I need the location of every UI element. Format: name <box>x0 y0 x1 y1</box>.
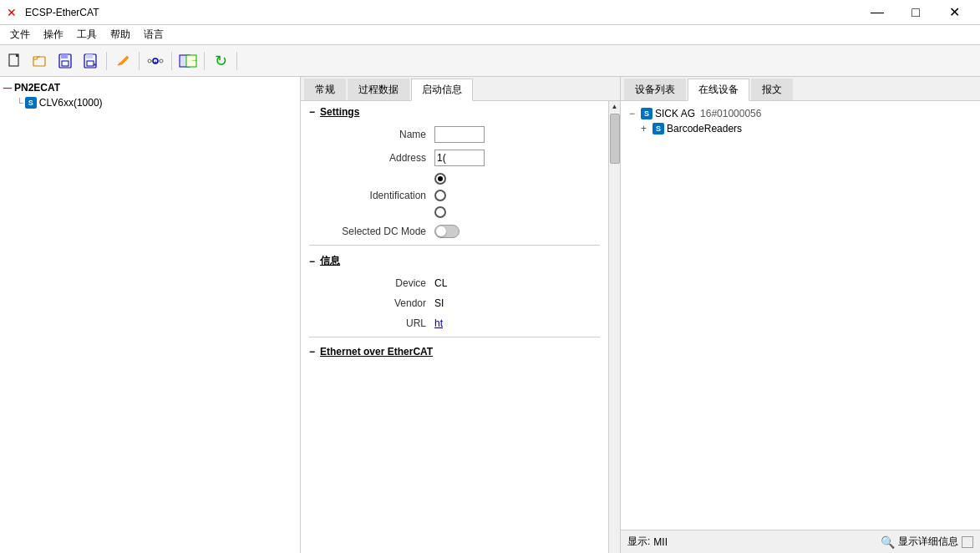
tree-item-clv6xx[interactable]: └ S CLV6xx(1000) <box>3 95 297 110</box>
right-status-bar: 显示: MII 🔍 显示详细信息 <box>621 530 980 553</box>
right-panel: 设备列表 在线设备 报文 − S SICK AG 16#01000056 + S… <box>621 77 980 553</box>
tree-label-clv6xx: CLV6xx(1000) <box>39 97 103 109</box>
svg-rect-4 <box>61 54 68 58</box>
info-section-title: 信息 <box>320 254 340 268</box>
center-scroll-area[interactable]: − Settings Name Address Identific <box>301 101 608 553</box>
tree-connector-icon: └ <box>17 98 23 108</box>
tree-s-icon: S <box>25 97 37 109</box>
device-label-sickag: SICK AG <box>655 108 695 119</box>
toolbar-save-button[interactable] <box>53 49 77 73</box>
window-controls: — □ ✕ <box>858 0 973 25</box>
menu-file[interactable]: 文件 <box>3 26 37 43</box>
info-section-header[interactable]: − 信息 <box>301 249 608 273</box>
vendor-value-text: SI <box>434 297 444 309</box>
svg-point-13 <box>160 59 163 63</box>
toolbar-network-button[interactable]: + <box>144 49 167 73</box>
field-vendor-label: Vendor <box>309 297 434 309</box>
app-title: ECSP-EtherCAT <box>25 7 858 18</box>
field-identification: Identification <box>301 170 608 221</box>
toolbar-edit-button[interactable] <box>111 49 135 73</box>
field-dc-mode-label: Selected DC Mode <box>309 226 434 237</box>
tree-item-pn2ecat[interactable]: — PN2ECAT <box>3 80 297 95</box>
status-detail[interactable]: 🔍 显示详细信息 <box>881 535 973 549</box>
device-dash-icon: − <box>629 108 635 119</box>
device-s-icon-barcode: S <box>652 123 664 134</box>
device-tree-panel: — PN2ECAT └ S CLV6xx(1000) <box>0 77 301 553</box>
name-input[interactable] <box>434 126 485 143</box>
toolbar-open-button[interactable] <box>28 49 52 73</box>
field-address-label: Address <box>309 152 434 164</box>
field-device-value: CL <box>434 277 600 289</box>
field-name-control <box>434 126 600 143</box>
settings-section-header[interactable]: − Settings <box>301 101 608 123</box>
tab-device-list[interactable]: 设备列表 <box>624 79 686 100</box>
menu-language[interactable]: 语言 <box>137 26 170 43</box>
field-name: Name <box>301 123 608 146</box>
device-s-icon-sickag: S <box>641 108 652 119</box>
address-input[interactable] <box>434 150 485 166</box>
device-label-barcode: BarcodeReaders <box>667 123 742 134</box>
field-vendor-value: SI <box>434 297 600 309</box>
ethernet-collapse-icon: − <box>309 346 315 358</box>
close-button[interactable]: ✕ <box>935 0 973 25</box>
dc-mode-toggle[interactable] <box>434 225 460 238</box>
device-row-barcode[interactable]: + S BarcodeReaders <box>627 121 973 136</box>
svg-text:+: + <box>93 61 97 68</box>
field-dc-mode: Selected DC Mode <box>301 221 608 241</box>
svg-rect-7 <box>86 54 93 58</box>
field-vendor: Vendor SI <box>301 293 608 313</box>
tree-label-pn2ecat: PN2ECAT <box>14 82 60 94</box>
toolbar-saveas-button[interactable]: + <box>79 49 102 73</box>
radio-option-1[interactable] <box>434 173 600 185</box>
radio-option-2[interactable] <box>434 190 600 201</box>
scroll-up-arrow[interactable]: ▲ <box>610 101 620 112</box>
maximize-button[interactable]: □ <box>896 0 935 25</box>
toolbar-transfer-button[interactable]: → <box>176 49 200 73</box>
field-identification-label: Identification <box>309 190 434 201</box>
tree-expand-icon: — <box>3 84 12 93</box>
svg-text:→: → <box>190 56 197 64</box>
svg-point-12 <box>148 59 151 63</box>
settings-section-title: Settings <box>320 106 359 118</box>
divider-1 <box>309 245 600 246</box>
radio-dot-3 <box>434 206 446 218</box>
radio-dot-1 <box>434 173 446 185</box>
field-name-label: Name <box>309 129 434 140</box>
tab-online-devices[interactable]: 在线设备 <box>688 79 749 101</box>
device-address-sickag: 16#01000056 <box>700 108 761 119</box>
toolbar-refresh-button[interactable]: ↻ <box>209 49 232 73</box>
device-list-content: − S SICK AG 16#01000056 + S BarcodeReade… <box>621 101 980 530</box>
tab-startup-info[interactable]: 启动信息 <box>411 79 473 101</box>
minimize-button[interactable]: — <box>858 0 896 25</box>
field-address: Address <box>301 146 608 170</box>
status-detail-label: 显示详细信息 <box>898 535 958 549</box>
tab-general[interactable]: 常规 <box>304 79 346 100</box>
toolbar: + + → ↻ <box>0 45 980 77</box>
center-content-wrapper: − Settings Name Address Identific <box>301 101 620 553</box>
field-address-control <box>434 150 600 166</box>
menu-operation[interactable]: 操作 <box>37 26 70 43</box>
menubar: 文件 操作 工具 帮助 语言 <box>0 25 980 45</box>
search-icon: 🔍 <box>881 535 895 549</box>
scroll-thumb[interactable] <box>610 114 620 164</box>
field-identification-control <box>434 173 600 218</box>
svg-rect-2 <box>33 57 45 66</box>
svg-rect-5 <box>62 61 69 66</box>
tab-message[interactable]: 报文 <box>751 79 793 100</box>
field-url: URL ht <box>301 313 608 333</box>
radio-option-3[interactable] <box>434 206 600 218</box>
field-url-label: URL <box>309 317 434 329</box>
menu-tools[interactable]: 工具 <box>70 26 104 43</box>
ethernet-section-header[interactable]: − Ethernet over EtherCAT <box>301 341 608 363</box>
center-panel: 常规 过程数据 启动信息 − Settings Name Addr <box>301 77 621 553</box>
svg-text:+: + <box>154 59 157 65</box>
center-scrollbar[interactable]: ▲ <box>608 101 620 553</box>
status-display-label: 显示: <box>627 535 650 549</box>
device-row-sickag[interactable]: − S SICK AG 16#01000056 <box>627 106 973 121</box>
status-display: 显示: MII <box>627 535 881 549</box>
toolbar-new-button[interactable] <box>3 49 27 73</box>
tab-process-data[interactable]: 过程数据 <box>348 79 409 100</box>
status-checkbox[interactable] <box>962 536 973 548</box>
menu-help[interactable]: 帮助 <box>104 26 137 43</box>
status-display-value: MII <box>653 536 668 548</box>
